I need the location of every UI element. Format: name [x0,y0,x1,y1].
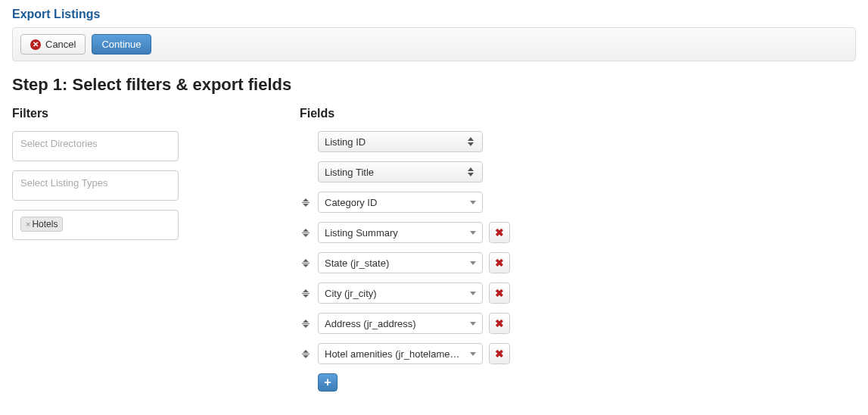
tag-label: Hotels [32,219,58,229]
drag-handle-icon[interactable] [300,226,312,239]
remove-field-button[interactable]: ✖ [489,313,510,334]
chevron-down-icon [470,292,476,295]
chevron-down-icon [470,201,476,204]
drag-handle-icon[interactable] [300,287,312,299]
field-select-listing-id[interactable]: Listing ID [318,131,483,152]
listing-types-placeholder: Select Listing Types [20,177,107,189]
filters-heading: Filters [12,107,285,120]
close-icon: ✖ [495,287,504,299]
tag-remove-icon[interactable]: × [26,220,30,229]
directories-input[interactable]: Select Directories [12,131,179,161]
remove-field-button[interactable]: ✖ [489,222,510,243]
toolbar: ✕ Cancel Continue [12,27,856,61]
drag-handle-icon[interactable] [300,317,312,329]
field-row: State (jr_state) ✖ [300,252,856,273]
drag-handle-icon[interactable] [300,348,312,360]
field-select-city[interactable]: City (jr_city) [318,282,483,304]
chevron-down-icon [470,231,476,235]
fields-heading: Fields [300,107,856,120]
remove-field-button[interactable]: ✖ [489,282,510,304]
chevron-down-icon [470,322,476,326]
close-icon: ✖ [495,257,504,269]
field-label: Listing Title [325,167,374,178]
field-select-listing-title[interactable]: Listing Title [318,161,483,183]
filters-column: Filters Select Directories Select Listin… [12,107,285,392]
chevron-down-icon [470,352,476,356]
category-tag[interactable]: × Hotels [20,217,63,232]
fields-column: Fields Listing ID Listing Title [300,107,856,392]
continue-button[interactable]: Continue [92,34,151,55]
cancel-button[interactable]: ✕ Cancel [20,34,86,55]
close-icon: ✖ [495,226,504,239]
field-row: City (jr_city) ✖ [300,282,856,304]
field-select-address[interactable]: Address (jr_address) [318,313,483,334]
field-select-state[interactable]: State (jr_state) [318,252,483,273]
remove-field-button[interactable]: ✖ [489,343,510,364]
directories-placeholder: Select Directories [20,138,98,149]
close-icon: ✖ [495,348,504,360]
step-heading: Step 1: Select filters & export fields [12,75,856,95]
stepper-icon [465,167,476,176]
remove-field-button[interactable]: ✖ [489,252,510,273]
add-field-button[interactable]: + [318,373,338,392]
field-label: Category ID [325,197,377,208]
page-title: Export Listings [12,8,856,21]
field-label: City (jr_city) [325,288,377,299]
field-label: Hotel amenities (jr_hotelameni… [325,348,461,360]
field-label: Listing Summary [325,227,398,239]
close-icon: ✖ [495,317,504,329]
field-label: State (jr_state) [325,257,389,269]
cancel-icon: ✕ [30,39,41,50]
stepper-icon [465,137,476,146]
field-select-category-id[interactable]: Category ID [318,192,483,213]
cancel-label: Cancel [45,39,76,50]
drag-handle-icon[interactable] [300,257,312,269]
field-row: Listing Summary ✖ [300,222,856,243]
categories-input[interactable]: × Hotels [12,210,179,240]
field-row-locked: Listing ID [300,131,856,152]
field-label: Address (jr_address) [325,318,416,329]
field-row-locked: Listing Title [300,161,856,183]
field-select-hotel-amenities[interactable]: Hotel amenities (jr_hotelameni… [318,343,483,364]
continue-label: Continue [101,39,141,50]
chevron-down-icon [470,261,476,265]
field-row: Hotel amenities (jr_hotelameni… ✖ [300,343,856,364]
field-select-listing-summary[interactable]: Listing Summary [318,222,483,243]
field-row: Category ID [300,192,856,213]
field-label: Listing ID [325,136,366,148]
drag-handle-icon[interactable] [300,196,312,208]
plus-icon: + [324,376,331,389]
field-row: Address (jr_address) ✖ [300,313,856,334]
listing-types-input[interactable]: Select Listing Types [12,170,179,201]
